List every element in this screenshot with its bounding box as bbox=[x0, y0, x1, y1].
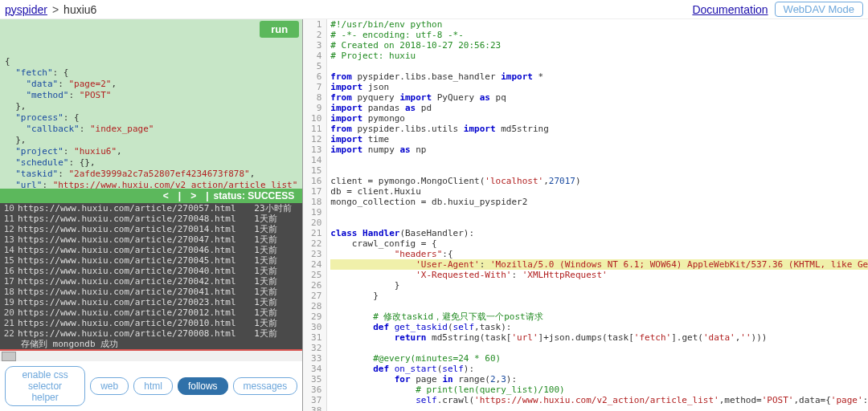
follows-log-panel: 10https://www.huxiu.com/article/270057.h… bbox=[0, 203, 302, 349]
code-content[interactable]: #!/usr/bin/env python# -*- encoding: utf… bbox=[327, 19, 868, 411]
log-final-message: 存储到 mongondb 成功 bbox=[0, 339, 302, 349]
status-sep: | bbox=[178, 190, 181, 201]
header-bar: pyspider > huxiu6 Documentation WebDAV M… bbox=[0, 0, 868, 19]
breadcrumb-sep: > bbox=[52, 3, 59, 16]
follows-tab-button[interactable]: follows bbox=[178, 377, 228, 395]
log-row[interactable]: 16https://www.huxiu.com/article/270040.h… bbox=[0, 266, 302, 276]
next-button[interactable]: > bbox=[186, 190, 201, 201]
documentation-link[interactable]: Documentation bbox=[692, 3, 768, 16]
css-helper-button[interactable]: enable css selector helper bbox=[5, 366, 85, 406]
log-row[interactable]: 19https://www.huxiu.com/article/270023.h… bbox=[0, 297, 302, 307]
code-editor[interactable]: 1234567891011121314151617181920212223242… bbox=[303, 19, 868, 411]
log-row[interactable]: 15https://www.huxiu.com/article/270045.h… bbox=[0, 255, 302, 266]
log-row[interactable]: 22https://www.huxiu.com/article/270008.h… bbox=[0, 328, 302, 339]
log-row[interactable]: 13https://www.huxiu.com/article/270047.h… bbox=[0, 234, 302, 245]
bottom-toolbar: enable css selector helper web html foll… bbox=[0, 361, 302, 411]
right-pane: save 12345678910111213141516171819202122… bbox=[303, 19, 868, 411]
breadcrumb: pyspider > huxiu6 bbox=[5, 3, 96, 16]
log-row[interactable]: 14https://www.huxiu.com/article/270046.h… bbox=[0, 245, 302, 255]
breadcrumb-current: huxiu6 bbox=[63, 3, 96, 16]
status-label: status: SUCCESS bbox=[214, 190, 295, 201]
log-row[interactable]: 20https://www.huxiu.com/article/270012.h… bbox=[0, 307, 302, 318]
run-button[interactable]: run bbox=[260, 21, 299, 38]
log-row[interactable]: 12https://www.huxiu.com/article/270014.h… bbox=[0, 224, 302, 234]
line-gutter: 1234567891011121314151617181920212223242… bbox=[303, 19, 327, 411]
status-sep2: | bbox=[206, 190, 208, 201]
prev-button[interactable]: < bbox=[158, 190, 174, 201]
log-row[interactable]: 18https://www.huxiu.com/article/270041.h… bbox=[0, 287, 302, 297]
log-row[interactable]: 21https://www.huxiu.com/article/270010.h… bbox=[0, 318, 302, 328]
web-tab-button[interactable]: web bbox=[90, 377, 129, 395]
task-json-panel: run { "fetch": { "data": "page=2", "meth… bbox=[0, 19, 302, 189]
horizontal-scrollbar[interactable] bbox=[0, 351, 302, 361]
webdav-mode-button[interactable]: WebDAV Mode bbox=[775, 2, 863, 17]
left-pane: run { "fetch": { "data": "page=2", "meth… bbox=[0, 19, 303, 411]
log-row[interactable]: 11https://www.huxiu.com/article/270048.h… bbox=[0, 214, 302, 224]
html-tab-button[interactable]: html bbox=[133, 377, 173, 395]
log-row[interactable]: 10https://www.huxiu.com/article/270057.h… bbox=[0, 203, 302, 214]
breadcrumb-root-link[interactable]: pyspider bbox=[5, 3, 47, 16]
messages-tab-button[interactable]: messages bbox=[233, 377, 298, 395]
status-bar: < | > | status: SUCCESS bbox=[0, 189, 302, 203]
log-row[interactable]: 17https://www.huxiu.com/article/270042.h… bbox=[0, 276, 302, 287]
